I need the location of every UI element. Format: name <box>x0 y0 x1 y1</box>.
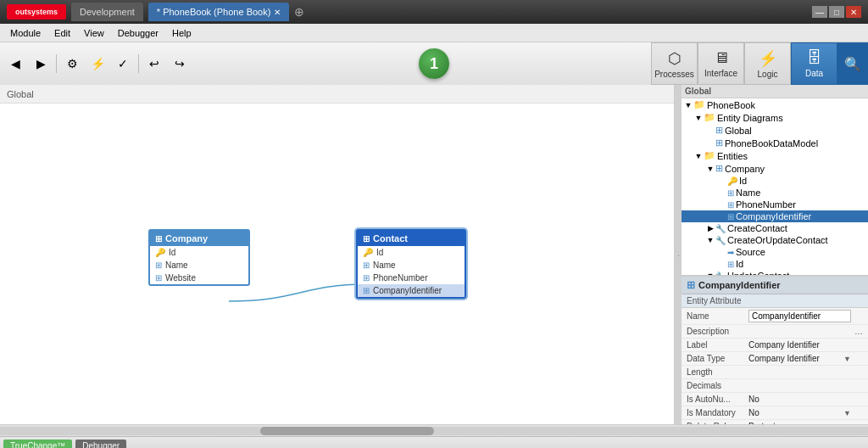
canvas-label: Global <box>7 89 34 99</box>
prop-desc-ellipsis[interactable]: … <box>854 325 868 339</box>
contact-field-id: 🔑 Id <box>358 246 465 259</box>
prop-name-value[interactable] <box>745 308 854 325</box>
prop-label-row: Label Company Identifier <box>682 339 868 352</box>
search-button[interactable]: 🔍 <box>837 42 868 85</box>
tree-phonebook[interactable]: ▼ 📁 PhoneBook <box>682 98 868 111</box>
search-icon: 🔍 <box>844 56 861 72</box>
datamodel-icon: ⊞ <box>715 137 723 148</box>
menu-view[interactable]: View <box>77 26 111 40</box>
contact-field-phonenumber: ⊞ PhoneNumber <box>358 272 465 284</box>
prop-label-label: Label <box>682 339 745 352</box>
deleterule-dropdown[interactable]: Protect ▼ <box>748 422 851 424</box>
prop-deleterule-row: Delete Rule Protect ▼ <box>682 420 868 425</box>
tab-phonebook[interactable]: * PhoneBook (Phone Book) ✕ <box>148 3 290 21</box>
props-title: ⊞ CompanyIdentifier <box>682 277 868 294</box>
tree-company[interactable]: ▼ ⊞ Company <box>682 162 868 175</box>
new-tab-button[interactable]: ⊕ <box>294 5 304 19</box>
company-title: ⊞ Company <box>150 231 248 246</box>
prop-decimals-label: Decimals <box>682 379 745 393</box>
company-field-name: ⊞ Name <box>150 259 248 272</box>
scroll-thumb[interactable] <box>260 427 434 435</box>
prop-desc-row: Description … <box>682 325 868 339</box>
top-nav: ⬡ Processes 🖥 Interface ⚡ Logic 🗄 Data 🔍 <box>651 42 868 85</box>
field-icon: ⊞ <box>363 260 370 270</box>
minimize-button[interactable]: — <box>812 6 827 18</box>
logo-text: outsystems <box>15 8 58 16</box>
canvas-area: Global ⊞ Company 🔑 Id ⊞ Name ⊞ Website <box>0 85 675 424</box>
tree-company-id[interactable]: 🔑 Id <box>682 175 868 187</box>
prop-desc-value <box>745 325 854 339</box>
tree-createorupdate[interactable]: ▼ 🔧 CreateOrUpdateContact <box>682 234 868 246</box>
data-icon: 🗄 <box>807 49 822 67</box>
menu-bar: Module Edit View Debugger Help <box>0 24 868 42</box>
tree-global[interactable]: ⊞ Global <box>682 124 868 137</box>
settings-button[interactable]: ⚙ <box>60 52 84 76</box>
maximize-button[interactable]: □ <box>829 6 844 18</box>
h-scrollbar[interactable] <box>0 424 868 436</box>
logic-label: Logic <box>758 70 778 79</box>
check-button[interactable]: ✓ <box>111 52 135 76</box>
tab-close-icon[interactable]: ✕ <box>274 8 281 17</box>
right-panel: Global ▼ 📁 PhoneBook ▼ 📁 Entity Diagrams… <box>682 85 868 424</box>
field-icon: 🔑 <box>363 248 373 257</box>
company-icon: ⊞ <box>715 163 723 174</box>
prop-desc-label: Description <box>682 325 745 339</box>
props-table: Name Description … Label <box>682 308 868 424</box>
name-input[interactable] <box>748 310 851 322</box>
tree-phonebookdatamodel[interactable]: ⊞ PhoneBookDataModel <box>682 137 868 149</box>
redo-button[interactable]: ↪ <box>168 52 192 76</box>
nav-processes[interactable]: ⬡ Processes <box>651 42 698 85</box>
properties-panel: ⊞ CompanyIdentifier Entity Attribute Nam… <box>682 276 868 424</box>
back-button[interactable]: ◀ <box>3 52 27 76</box>
prop-datatype-value[interactable]: Company Identifier ▼ <box>745 352 854 366</box>
debugger-button[interactable]: Debugger <box>75 440 126 448</box>
menu-module[interactable]: Module <box>3 26 47 40</box>
nav-interface[interactable]: 🖥 Interface <box>698 42 744 85</box>
menu-edit[interactable]: Edit <box>47 26 77 40</box>
menu-debugger[interactable]: Debugger <box>111 26 165 40</box>
resize-handle[interactable]: ··· <box>675 85 682 424</box>
publish-button[interactable]: ⚡ <box>86 52 109 76</box>
tree-company-name[interactable]: ⊞ Name <box>682 187 868 199</box>
prop-autonum-row: Is AutoNu... No <box>682 393 868 406</box>
prop-autonum-value: No <box>745 393 854 406</box>
canvas-header: Global <box>0 85 674 104</box>
contact-field-name: ⊞ Name <box>358 259 465 272</box>
nav-data[interactable]: 🗄 Data <box>791 42 837 85</box>
id-icon: 🔑 <box>727 176 737 186</box>
nav-logic[interactable]: ⚡ Logic <box>744 42 791 85</box>
contact-entity[interactable]: ⊞ Contact 🔑 Id ⊞ Name ⊞ PhoneNumber ⊞ Co… <box>356 229 466 299</box>
tree-createcontact[interactable]: ▶ 🔧 CreateContact <box>682 222 868 234</box>
tree-updatecontact[interactable]: ▼ 🔧 UpdateContact <box>682 270 868 276</box>
undo-button[interactable]: ↩ <box>142 52 166 76</box>
tree-company-phone[interactable]: ⊞ PhoneNumber <box>682 199 868 210</box>
menu-help[interactable]: Help <box>165 26 198 40</box>
nav-arrows[interactable]: ▶ <box>29 52 53 76</box>
tree-container[interactable]: ▼ 📁 PhoneBook ▼ 📁 Entity Diagrams ⊞ Glob… <box>682 98 868 276</box>
prop-length-row: Length <box>682 366 868 379</box>
identifier-icon: ⊞ <box>727 212 734 221</box>
company-entity[interactable]: ⊞ Company 🔑 Id ⊞ Name ⊞ Website <box>148 229 250 286</box>
tree-id2[interactable]: ⊞ Id <box>682 258 868 270</box>
truechange-button[interactable]: TrueChange™ <box>3 440 72 448</box>
processes-icon: ⬡ <box>668 49 682 68</box>
scroll-track[interactable] <box>0 427 868 435</box>
tree-entities[interactable]: ▼ 📁 Entities <box>682 149 868 162</box>
tree-source1[interactable]: ➡ Source <box>682 246 868 258</box>
props-entity-icon: ⊞ <box>687 279 695 291</box>
createcontact-icon: 🔧 <box>715 224 726 233</box>
tab-development[interactable]: Development <box>71 3 143 21</box>
prop-decimals-row: Decimals <box>682 379 868 393</box>
interface-icon: 🖥 <box>714 49 729 67</box>
prop-deleterule-value[interactable]: Protect ▼ <box>745 420 854 425</box>
panel-header: Global <box>682 85 868 98</box>
field-icon: ⊞ <box>363 286 370 295</box>
connector-svg <box>0 85 674 424</box>
prop-datatype-label: Data Type <box>682 352 745 366</box>
datatype-dropdown[interactable]: Company Identifier ▼ <box>748 354 851 363</box>
prop-mandatory-value[interactable]: No ▼ <box>745 406 854 420</box>
close-button[interactable]: ✕ <box>846 6 861 18</box>
tree-company-identifier[interactable]: ⊞ CompanyIdentifier <box>682 210 868 222</box>
mandatory-dropdown[interactable]: No ▼ <box>748 408 851 417</box>
tree-entitydiagrams[interactable]: ▼ 📁 Entity Diagrams <box>682 111 868 124</box>
